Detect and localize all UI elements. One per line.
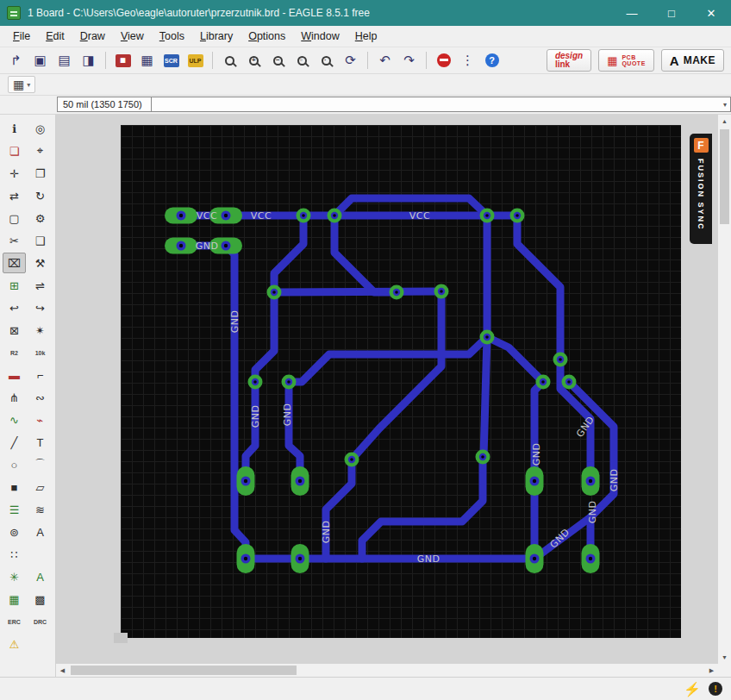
array-tool[interactable]: ∷ <box>3 544 26 565</box>
polygon-tool[interactable]: ▱ <box>28 477 52 497</box>
menu-edit[interactable]: Edit <box>38 28 72 45</box>
menu-draw[interactable]: Draw <box>72 28 113 45</box>
copper-trace[interactable] <box>255 292 274 382</box>
menu-window[interactable]: Window <box>293 28 347 45</box>
copper-trace[interactable] <box>352 291 441 459</box>
menu-library[interactable]: Library <box>192 28 241 45</box>
info-tool[interactable]: ℹ <box>3 118 26 139</box>
power-status-icon[interactable]: ⚡ <box>684 681 701 697</box>
mirror-tool[interactable]: ⇄ <box>3 185 26 206</box>
scroll-up-icon[interactable]: ▲ <box>718 115 731 128</box>
signal-tool[interactable]: ≋ <box>28 499 52 520</box>
design-link-button[interactable]: design link <box>547 49 591 72</box>
copper-trace[interactable] <box>289 337 487 382</box>
save-button[interactable]: ▣ <box>29 50 51 71</box>
zoom-fit-button[interactable] <box>219 50 241 71</box>
menu-options[interactable]: Options <box>241 28 293 45</box>
change-tool[interactable]: ⚙ <box>28 208 52 228</box>
horizontal-scroll-thumb[interactable] <box>71 666 297 675</box>
copper-trace[interactable] <box>517 216 560 359</box>
ratsnest-tool[interactable]: ✳ <box>3 566 26 587</box>
vertical-scrollbar[interactable]: ▲ ▼ <box>718 115 731 664</box>
print-button[interactable]: ▤ <box>53 50 75 71</box>
fusion-sync-tab[interactable]: F FUSION SYNC <box>690 134 712 244</box>
copper-trace[interactable] <box>484 337 487 457</box>
wrench-tool[interactable]: ⚒ <box>28 253 52 273</box>
group-tool[interactable]: ▢ <box>3 208 26 228</box>
copy-tool[interactable]: ❐ <box>28 163 52 184</box>
rect-tool[interactable]: ■ <box>3 477 26 497</box>
cut-tool[interactable]: ✂ <box>3 230 26 251</box>
copper-trace[interactable] <box>181 246 246 559</box>
copper-trace[interactable] <box>289 382 300 481</box>
copper-trace[interactable] <box>334 216 397 292</box>
add-part-tool[interactable]: ⊞ <box>3 275 26 296</box>
menu-tools[interactable]: Tools <box>152 28 192 45</box>
autoroute-tool[interactable]: A <box>28 566 52 587</box>
optimize-tool[interactable]: ∾ <box>28 387 52 408</box>
alert-icon[interactable]: ! <box>709 682 722 696</box>
smd-tool[interactable]: ▬ <box>3 365 26 385</box>
route-tool[interactable]: ∿ <box>3 409 26 430</box>
wire-tool[interactable]: ╱ <box>3 432 26 453</box>
smash-tool[interactable]: ✴ <box>28 320 52 341</box>
board-tool[interactable]: ▦ <box>3 589 26 609</box>
attribute-tool[interactable]: A <box>28 522 52 542</box>
lock-tool[interactable]: ⊠ <box>3 320 26 341</box>
zoom-previous-button[interactable]: · <box>316 50 337 71</box>
miter-tool[interactable]: ⌐ <box>28 365 52 385</box>
menu-help[interactable]: Help <box>347 28 385 45</box>
stop-button[interactable] <box>433 50 454 71</box>
errors-tool[interactable]: ⚠ <box>3 634 26 654</box>
delete-tool[interactable]: ⌧ <box>3 253 26 273</box>
mark-tool[interactable]: ⌖ <box>28 141 52 161</box>
zoom-out-button[interactable]: − <box>267 50 289 71</box>
circle-tool[interactable]: ○ <box>3 454 26 475</box>
pcb-quote-button[interactable]: ▦ PCB QUOTE <box>598 49 654 72</box>
move-tool[interactable]: ✛ <box>3 163 26 184</box>
brd-grid-button[interactable]: ▦ <box>136 50 158 71</box>
rotate-tool[interactable]: ↻ <box>28 185 52 206</box>
scr-chip-button[interactable]: SCR <box>160 50 182 71</box>
close-button[interactable]: ✕ <box>691 0 731 26</box>
maximize-button[interactable]: □ <box>652 0 691 26</box>
erc-tool[interactable]: ERC <box>3 611 26 632</box>
board-svg[interactable]: VCCVCCVCCGNDGNDGNDGNDGNDGNDGNDGNDGNDGNDG… <box>121 125 681 638</box>
copper-trace[interactable] <box>487 337 543 382</box>
sch-chip-button[interactable]: ▦ <box>112 50 134 71</box>
zoom-select-button[interactable]: ▫ <box>291 50 313 71</box>
copper-trace[interactable] <box>274 291 441 292</box>
name-tool[interactable]: R2 <box>3 342 26 363</box>
redraw-button[interactable]: ⟳ <box>340 50 361 71</box>
drc-tool[interactable]: ▩ <box>28 589 52 609</box>
overflow-handle[interactable]: ⋮ <box>457 50 478 71</box>
copper-trace[interactable] <box>362 457 483 559</box>
zoom-in-button[interactable]: + <box>243 50 265 71</box>
value-tool[interactable]: 10k <box>28 342 52 363</box>
scroll-down-icon[interactable]: ▼ <box>718 651 731 664</box>
hole-tool[interactable]: ⊚ <box>3 522 26 542</box>
minimize-button[interactable]: — <box>612 0 652 26</box>
gateswap-tool[interactable]: ↩ <box>3 297 26 318</box>
export-button[interactable]: ↱ <box>5 50 27 71</box>
replace-tool[interactable]: ⇌ <box>28 275 52 296</box>
vertical-scroll-thumb[interactable] <box>720 129 729 224</box>
show-tool[interactable]: ◎ <box>28 118 52 139</box>
via-tool[interactable]: ☰ <box>3 499 26 520</box>
copper-trace[interactable] <box>246 382 255 481</box>
split-tool[interactable]: ⋔ <box>3 387 26 408</box>
command-input[interactable] <box>152 97 720 111</box>
menu-file[interactable]: File <box>5 28 38 45</box>
ripup-tool[interactable]: ⌁ <box>28 409 52 430</box>
drc-check-tool[interactable]: DRC <box>28 611 52 632</box>
undo-button[interactable]: ↶ <box>374 50 396 71</box>
cam-button[interactable]: ◨ <box>78 50 99 71</box>
help-button[interactable]: ? <box>481 50 503 71</box>
text-tool[interactable]: T <box>28 432 52 453</box>
horizontal-scrollbar[interactable]: ◀ ▶ <box>56 664 718 677</box>
paste-tool[interactable]: ❑ <box>28 230 52 251</box>
scroll-right-icon[interactable]: ▶ <box>705 664 718 677</box>
pinswap-tool[interactable]: ↪ <box>28 297 52 318</box>
make-button[interactable]: A MAKE <box>661 49 724 72</box>
arc-tool[interactable]: ⌒ <box>28 454 52 475</box>
